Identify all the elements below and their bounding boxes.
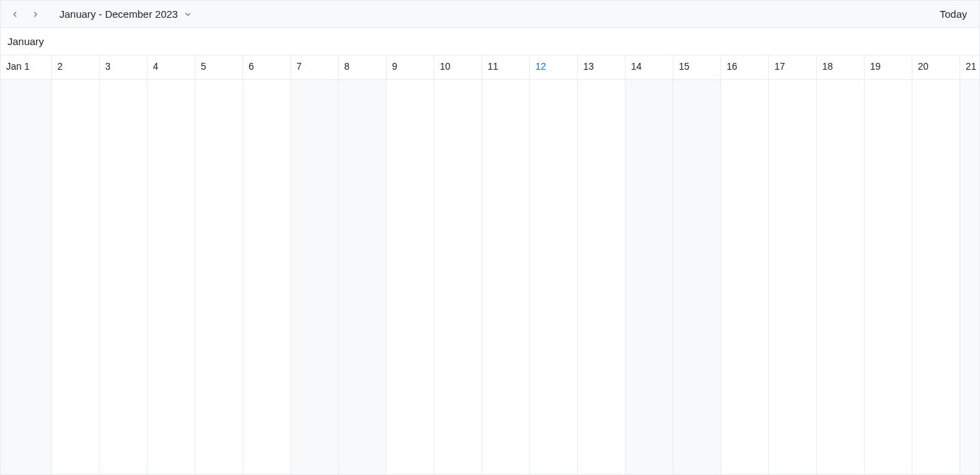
- prev-button[interactable]: [5, 4, 25, 25]
- day-body-cell[interactable]: [52, 80, 100, 474]
- day-body-cell[interactable]: [339, 80, 387, 474]
- day-body-cell[interactable]: [578, 80, 626, 474]
- today-button[interactable]: Today: [932, 4, 975, 24]
- day-header-cell[interactable]: 14: [626, 55, 673, 80]
- day-body-row: [1, 80, 979, 474]
- day-body-cell[interactable]: [673, 80, 721, 474]
- day-header-cell[interactable]: 16: [721, 55, 769, 80]
- day-header-cell[interactable]: 19: [865, 55, 912, 80]
- calendar-toolbar: January - December 2023 Today: [1, 1, 979, 28]
- day-header-cell[interactable]: 18: [817, 55, 865, 80]
- day-body-cell[interactable]: [960, 80, 979, 474]
- day-body-cell[interactable]: [291, 80, 339, 474]
- day-body-cell[interactable]: [195, 80, 243, 474]
- day-body-cell[interactable]: [817, 80, 865, 474]
- day-header-cell[interactable]: 8: [339, 55, 387, 80]
- day-header-cell[interactable]: 4: [148, 55, 195, 80]
- day-body-cell[interactable]: [626, 80, 673, 474]
- day-header-cell[interactable]: 10: [434, 55, 482, 80]
- month-header: January: [1, 28, 979, 55]
- next-button[interactable]: [25, 4, 46, 25]
- calendar-wrapper: January - December 2023 Today January Ja…: [0, 0, 980, 475]
- chevron-down-icon: [183, 10, 193, 19]
- day-body-cell[interactable]: [769, 80, 817, 474]
- day-header-cell[interactable]: 11: [482, 55, 530, 80]
- day-header-cell[interactable]: 20: [912, 55, 960, 80]
- day-body-cell[interactable]: [721, 80, 769, 474]
- day-body-cell[interactable]: [530, 80, 578, 474]
- day-body-cell[interactable]: [243, 80, 291, 474]
- day-header-row: Jan 123456789101112131415161718192021222…: [1, 55, 979, 80]
- chevron-right-icon: [31, 10, 40, 19]
- day-header-cell[interactable]: 17: [769, 55, 817, 80]
- day-body-cell[interactable]: [865, 80, 912, 474]
- day-body-cell[interactable]: [434, 80, 482, 474]
- day-header-cell[interactable]: 9: [387, 55, 434, 80]
- timeline-scroll[interactable]: Jan 123456789101112131415161718192021222…: [1, 55, 979, 474]
- day-body-cell[interactable]: [482, 80, 530, 474]
- day-header-cell[interactable]: 13: [578, 55, 626, 80]
- day-header-cell[interactable]: 2: [52, 55, 100, 80]
- date-range-selector[interactable]: January - December 2023: [55, 5, 197, 23]
- day-header-cell[interactable]: 6: [243, 55, 291, 80]
- day-header-cell[interactable]: 3: [100, 55, 148, 80]
- day-header-cell[interactable]: 15: [673, 55, 721, 80]
- chevron-left-icon: [10, 10, 20, 19]
- day-body-cell[interactable]: [387, 80, 434, 474]
- day-header-cell[interactable]: Jan 1: [1, 55, 52, 80]
- day-body-cell[interactable]: [1, 80, 52, 474]
- day-body-cell[interactable]: [100, 80, 148, 474]
- date-range-label: January - December 2023: [59, 8, 178, 20]
- day-body-cell[interactable]: [912, 80, 960, 474]
- day-body-cell[interactable]: [148, 80, 195, 474]
- day-header-cell[interactable]: 12: [530, 55, 578, 80]
- day-header-cell[interactable]: 5: [195, 55, 243, 80]
- day-header-cell[interactable]: 21: [960, 55, 979, 80]
- timeline-scroll-outer: Jan 123456789101112131415161718192021222…: [1, 55, 979, 474]
- day-header-cell[interactable]: 7: [291, 55, 339, 80]
